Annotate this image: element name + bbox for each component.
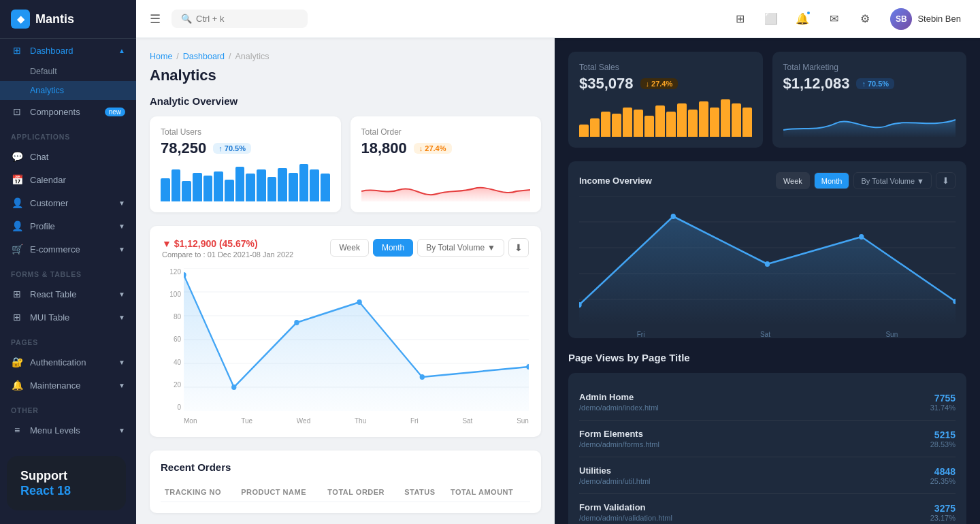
settings-icon[interactable]: ⚙ [853,7,877,31]
dashboard-icon: ⊞ [11,45,23,56]
svg-point-10 [420,374,425,380]
page-view-4: Form Validation /demo/admin/validation.h… [579,494,956,524]
menu-icon: ≡ [11,425,23,436]
breadcrumb-current: Analytics [235,52,269,61]
chart-x-labels: Mon Tue Wed Thu Fri Sat Sun [184,417,529,425]
bar [289,173,298,201]
bar [278,168,287,201]
breadcrumb-sep1: / [176,52,178,61]
total-sales-badge: ↓ 27.4% [640,78,679,89]
sidebar-item-maintenance[interactable]: 🔔 Maintenance ▼ [0,374,136,397]
pages-section: Pages [0,329,136,350]
bar [225,180,234,201]
recent-orders-title: Recent Orders [161,461,530,473]
total-users-label: Total Users [161,127,330,137]
user-avatar[interactable]: SB Stebin Ben [885,5,966,33]
total-marketing-value-row: $1,12,083 ↑ 70.5% [783,75,956,93]
sidebar-item-react-table[interactable]: ⊞ React Table ▼ [0,282,136,306]
recent-orders-card: Recent Orders TRACKING NO PRODUCT NAME T… [150,451,541,513]
week-button[interactable]: Week [330,239,368,257]
total-users-value-row: 78,250 ↑ 70.5% [161,140,330,157]
bar [721,99,730,137]
customer-icon: 👤 [11,197,23,208]
menu-toggle-icon[interactable]: ☰ [150,12,161,27]
total-order-value-row: 18,800 ↓ 27.4% [361,140,531,157]
sidebar-item-ecommerce[interactable]: 🛒 E-commerce ▼ [0,238,136,261]
chevron-down-icon3: ▼ [118,246,125,253]
bar [688,110,698,137]
dark-income-chart-card: Income Overview Week Month By Total Volu… [568,161,966,338]
col-total-order: TOTAL ORDER [323,482,400,502]
total-marketing-value: $1,12,083 [783,75,850,93]
sidebar-auth-label: Authentication [30,357,86,367]
total-order-card: Total Order 18,800 ↓ 27.4% [350,116,542,212]
sidebar-item-menu-levels[interactable]: ≡ Menu Levels ▼ [0,419,136,442]
sidebar-item-dashboard[interactable]: ⊞ Dashboard ▲ [0,39,136,62]
breadcrumb-dashboard[interactable]: Dashboard [183,52,225,61]
bar [732,103,741,137]
sidebar-ecommerce-label: E-commerce [30,244,80,255]
income-svg-area [184,268,529,411]
sidebar-components-label: Components [30,107,80,117]
ecommerce-icon: 🛒 [11,244,23,255]
sidebar-item-components[interactable]: ⊡ Components new [0,100,136,123]
sidebar: ◆ Mantis ⊞ Dashboard ▲ Default Analytics… [0,0,136,524]
bar [644,116,654,137]
maintenance-icon: 🔔 [11,380,23,391]
breadcrumb-home[interactable]: Home [150,52,172,61]
sidebar-item-customer[interactable]: 👤 Customer ▼ [0,191,136,214]
sidebar-item-profile[interactable]: 👤 Profile ▼ [0,214,136,238]
sidebar-item-authentication[interactable]: 🔐 Authentication ▼ [0,350,136,374]
screen-icon[interactable]: ⬜ [760,7,783,31]
chat-icon: 💬 [11,151,23,162]
chevron-down-icon8: ▼ [118,427,125,434]
dark-income-header: Income Overview Week Month By Total Volu… [579,172,956,189]
volume-select[interactable]: By Total Volume ▼ [417,239,504,257]
order-area-chart [361,164,531,201]
chart-y-labels: 120 100 80 60 40 20 0 [162,268,181,411]
sidebar-menu-label: Menu Levels [30,425,80,436]
bar [299,164,309,201]
dark-download-button[interactable]: ⬇ [936,172,956,189]
download-icon[interactable]: ⬇ [508,238,529,257]
bar [623,108,632,137]
dark-month-button[interactable]: Month [814,172,850,189]
forms-tables-section: Forms & Tables [0,261,136,282]
apps-icon[interactable]: ⊞ [728,7,751,31]
support-popup[interactable]: Support React 18 [7,456,126,510]
other-section: Other [0,397,136,419]
page-views-card: Admin Home /demo/admin/index.html 7755 3… [568,373,966,524]
content-area: Home / Dashboard / Analytics Analytics A… [136,38,980,524]
notifications-icon[interactable]: 🔔 [791,7,814,31]
dark-volume-select[interactable]: By Total Volume ▼ [853,172,932,189]
total-marketing-label: Total Marketing [783,63,956,72]
applications-section: Applications [0,123,136,145]
sidebar-item-calendar[interactable]: 📅 Calendar [0,168,136,191]
page-views-title: Page Views by Page Title [568,352,966,363]
components-icon: ⊡ [11,106,23,117]
sidebar-item-chat[interactable]: 💬 Chat [0,145,136,168]
sidebar-item-mui-table[interactable]: ⊞ MUI Table ▼ [0,306,136,329]
sidebar-chat-label: Chat [30,152,48,162]
month-button[interactable]: Month [373,239,413,257]
col-tracking: TRACKING NO [161,482,237,502]
sidebar-sub-default[interactable]: Default [0,62,136,81]
search-container[interactable]: 🔍 [172,10,308,28]
svg-point-8 [294,320,299,325]
content-left: Home / Dashboard / Analytics Analytics A… [136,38,555,524]
messages-icon[interactable]: ✉ [822,7,845,31]
breadcrumb-sep2: / [229,52,231,61]
sidebar-maintenance-label: Maintenance [30,380,80,391]
total-sales-label: Total Sales [579,63,752,72]
sidebar-customer-label: Customer [30,198,68,208]
bar [699,101,708,137]
logo[interactable]: ◆ Mantis [0,0,136,39]
main-content: ☰ 🔍 ⊞ ⬜ 🔔 ✉ ⚙ SB Stebin Ben [136,0,980,524]
svg-point-6 [184,272,186,278]
notification-badge [806,10,811,16]
components-badge: new [105,108,125,116]
search-input[interactable] [196,14,284,24]
svg-point-18 [671,214,676,219]
dark-week-button[interactable]: Week [776,172,810,189]
sidebar-sub-analytics[interactable]: Analytics [0,81,136,100]
